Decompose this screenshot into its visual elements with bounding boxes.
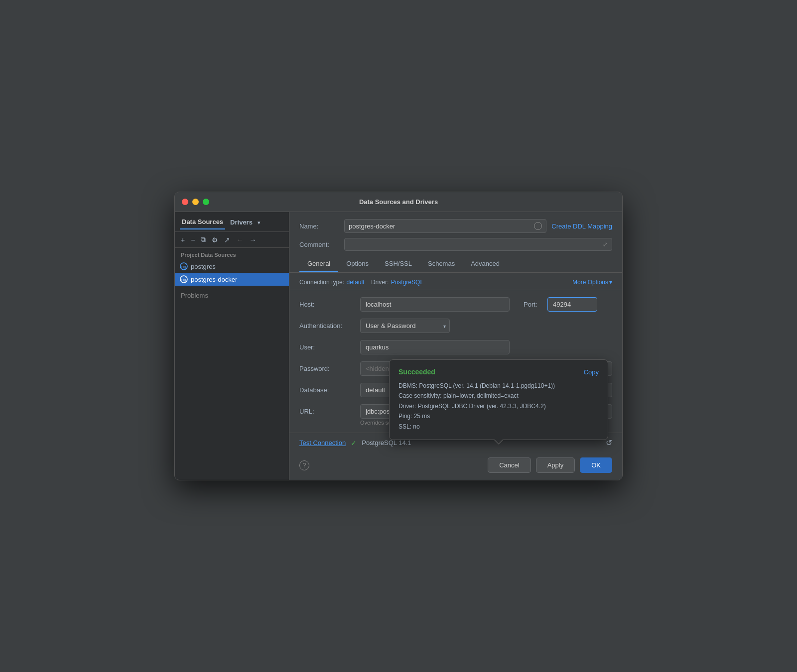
main-content: Data Sources Drivers ▾ + − ⧉ ⚙ ↗ ← → Pro…	[175, 212, 622, 480]
success-label: Succeeded	[398, 368, 435, 376]
test-connection-link[interactable]: Test Connection	[299, 439, 346, 447]
connection-check-icon: ✓	[351, 439, 357, 447]
comment-label: Comment:	[299, 241, 339, 248]
sidebar-tab-bar: Data Sources Drivers ▾	[175, 212, 289, 232]
name-input-wrap	[344, 219, 546, 233]
postgres-docker-icon: pg	[180, 275, 188, 283]
host-label: Host:	[299, 301, 354, 308]
auth-row: Authentication: User & Password No auth …	[299, 319, 612, 333]
ok-button[interactable]: OK	[580, 457, 612, 473]
sidebar-tab-drivers[interactable]: Drivers	[228, 217, 255, 229]
sidebar-tab-arrow[interactable]: ▾	[258, 220, 261, 226]
remove-datasource-button[interactable]: −	[189, 235, 197, 245]
comment-expand-icon[interactable]: ⤢	[603, 241, 608, 248]
comment-row: Comment: ⤢	[299, 238, 612, 251]
url-label: URL:	[299, 408, 354, 415]
auth-label: Authentication:	[299, 322, 354, 330]
project-datasources-label: Project Data Sources	[175, 248, 289, 260]
tab-general[interactable]: General	[299, 256, 338, 272]
name-row: Name: Create DDL Mapping	[299, 219, 612, 233]
svg-text:pg: pg	[181, 277, 186, 282]
host-input[interactable]	[360, 297, 510, 312]
sidebar-item-postgres[interactable]: pg postgres	[175, 260, 289, 273]
postgres-icon: pg	[180, 262, 188, 270]
dialog-title: Data Sources and Drivers	[359, 198, 438, 206]
success-popup: Succeeded Copy DBMS: PostgreSQL (ver. 14…	[389, 359, 608, 440]
more-options-button[interactable]: More Options ▾	[572, 279, 612, 286]
maximize-button[interactable]	[203, 199, 209, 205]
copy-button[interactable]: Copy	[584, 368, 599, 376]
connection-details-bar: Connection type: default Driver: Postgre…	[289, 273, 622, 290]
create-ddl-link[interactable]: Create DDL Mapping	[551, 223, 612, 230]
conn-type-label: Connection type:	[299, 279, 344, 286]
tab-advanced[interactable]: Advanced	[463, 256, 508, 272]
connection-status-text: PostgreSQL 14.1	[362, 439, 411, 447]
driver-value[interactable]: PostgreSQL	[391, 279, 423, 286]
dialog: Data Sources and Drivers Data Sources Dr…	[174, 192, 623, 480]
minimize-button[interactable]	[192, 199, 199, 205]
port-label: Port:	[524, 301, 541, 308]
help-button[interactable]: ?	[299, 460, 309, 470]
user-row: User:	[299, 340, 612, 354]
add-datasource-button[interactable]: +	[179, 235, 187, 245]
right-panel: Name: Create DDL Mapping Comment: ⤢	[289, 212, 622, 480]
export-button[interactable]: ↗	[222, 235, 232, 245]
cancel-button[interactable]: Cancel	[488, 457, 531, 473]
database-label: Database:	[299, 386, 354, 394]
svg-text:pg: pg	[181, 264, 186, 269]
more-options-label: More Options	[572, 279, 608, 286]
bottom-left: ?	[299, 457, 309, 473]
tab-sshssl[interactable]: SSH/SSL	[377, 256, 420, 272]
user-label: User:	[299, 343, 354, 351]
apply-button[interactable]: Apply	[536, 457, 575, 473]
settings-button[interactable]: ⚙	[210, 235, 220, 245]
name-input[interactable]	[349, 223, 531, 230]
success-details: DBMS: PostgreSQL (ver. 14.1 (Debian 14.1…	[398, 381, 599, 432]
sidebar-item-postgres-docker[interactable]: pg postgres-docker	[175, 273, 289, 286]
refresh-button[interactable]: ↺	[606, 438, 612, 448]
postgres-docker-item-label: postgres-docker	[191, 276, 237, 283]
close-button[interactable]	[182, 199, 188, 205]
postgres-item-label: postgres	[191, 263, 216, 270]
sidebar-toolbar: + − ⧉ ⚙ ↗ ← →	[175, 232, 289, 248]
back-button[interactable]: ←	[234, 235, 245, 245]
window-controls	[182, 199, 209, 205]
success-popup-header: Succeeded Copy	[398, 368, 599, 376]
comment-input-wrap[interactable]: ⤢	[344, 238, 612, 251]
forward-button[interactable]: →	[247, 235, 258, 245]
tab-schemas[interactable]: Schemas	[420, 256, 463, 272]
driver-label: Driver:	[371, 279, 389, 286]
copy-datasource-button[interactable]: ⧉	[199, 234, 208, 245]
password-label: Password:	[299, 365, 354, 372]
status-circle-icon	[534, 222, 542, 230]
title-bar: Data Sources and Drivers	[175, 192, 622, 212]
problems-section: Problems	[175, 286, 289, 305]
auth-select[interactable]: User & Password No auth pgpass LDAP Kerb…	[360, 319, 450, 333]
auth-select-wrapper: User & Password No auth pgpass LDAP Kerb…	[360, 319, 450, 333]
name-label: Name:	[299, 223, 339, 230]
problems-label: Problems	[181, 292, 208, 299]
port-input[interactable]	[547, 297, 597, 312]
sidebar-tab-datasources[interactable]: Data Sources	[180, 216, 225, 229]
form-header: Name: Create DDL Mapping Comment: ⤢	[289, 212, 622, 273]
chevron-down-icon: ▾	[609, 279, 612, 286]
conn-type-value[interactable]: default	[347, 279, 365, 286]
host-port-row: Host: Port:	[299, 297, 612, 312]
sidebar: Data Sources Drivers ▾ + − ⧉ ⚙ ↗ ← → Pro…	[175, 212, 289, 480]
tab-options[interactable]: Options	[338, 256, 377, 272]
user-input[interactable]	[360, 340, 510, 354]
tabs-row: General Options SSH/SSL Schemas Advanced	[299, 256, 612, 272]
popup-arrow-inner	[494, 439, 503, 444]
footer-buttons: ? Cancel Apply OK	[289, 452, 622, 480]
